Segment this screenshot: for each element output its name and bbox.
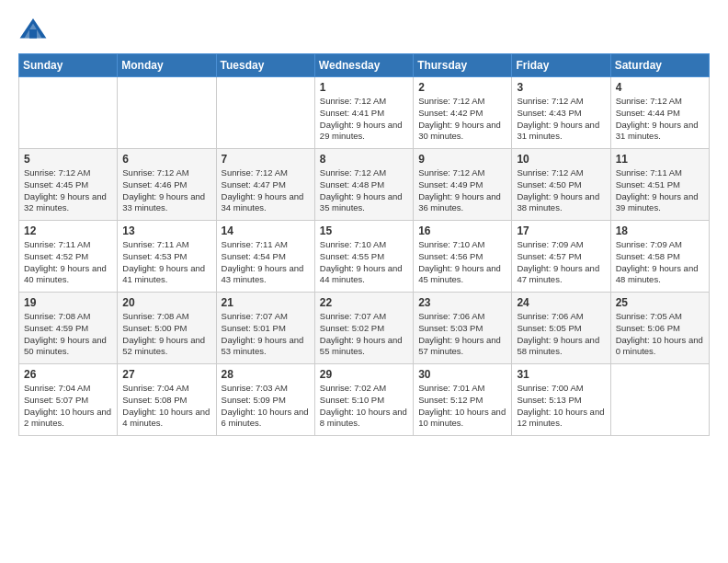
day-number: 5: [24, 153, 112, 166]
weekday-header-friday: Friday: [512, 54, 610, 77]
calendar-cell: 27Sunrise: 7:04 AM Sunset: 5:08 PM Dayli…: [118, 364, 216, 436]
day-info: Sunrise: 7:11 AM Sunset: 4:54 PM Dayligh…: [222, 239, 310, 286]
day-info: Sunrise: 7:12 AM Sunset: 4:43 PM Dayligh…: [517, 96, 605, 143]
day-info: Sunrise: 7:04 AM Sunset: 5:08 PM Dayligh…: [122, 383, 210, 430]
day-info: Sunrise: 7:00 AM Sunset: 5:13 PM Dayligh…: [517, 383, 605, 430]
calendar-table: SundayMondayTuesdayWednesdayThursdayFrid…: [18, 53, 710, 436]
calendar-cell: 7Sunrise: 7:12 AM Sunset: 4:47 PM Daylig…: [216, 149, 314, 221]
day-number: 20: [122, 296, 210, 309]
calendar-cell: 26Sunrise: 7:04 AM Sunset: 5:07 PM Dayli…: [19, 364, 118, 436]
weekday-header-row: SundayMondayTuesdayWednesdayThursdayFrid…: [19, 54, 710, 77]
week-row-3: 12Sunrise: 7:11 AM Sunset: 4:52 PM Dayli…: [19, 221, 710, 293]
day-number: 12: [24, 224, 112, 237]
day-number: 1: [320, 81, 408, 94]
calendar-cell: 18Sunrise: 7:09 AM Sunset: 4:58 PM Dayli…: [610, 221, 709, 293]
day-info: Sunrise: 7:12 AM Sunset: 4:44 PM Dayligh…: [616, 96, 704, 143]
calendar-cell: 19Sunrise: 7:08 AM Sunset: 4:59 PM Dayli…: [19, 293, 118, 364]
day-info: Sunrise: 7:09 AM Sunset: 4:58 PM Dayligh…: [616, 239, 704, 286]
day-number: 17: [517, 224, 605, 237]
calendar-cell: 24Sunrise: 7:06 AM Sunset: 5:05 PM Dayli…: [512, 293, 610, 364]
calendar-cell: 25Sunrise: 7:05 AM Sunset: 5:06 PM Dayli…: [610, 293, 709, 364]
page: SundayMondayTuesdayWednesdayThursdayFrid…: [0, 0, 728, 445]
day-number: 23: [418, 296, 506, 309]
day-number: 28: [222, 368, 310, 381]
calendar-cell: 4Sunrise: 7:12 AM Sunset: 4:44 PM Daylig…: [610, 77, 709, 149]
day-info: Sunrise: 7:04 AM Sunset: 5:07 PM Dayligh…: [24, 383, 112, 430]
day-info: Sunrise: 7:01 AM Sunset: 5:12 PM Dayligh…: [418, 383, 506, 430]
calendar-cell: 8Sunrise: 7:12 AM Sunset: 4:48 PM Daylig…: [314, 149, 413, 221]
day-info: Sunrise: 7:12 AM Sunset: 4:45 PM Dayligh…: [24, 167, 112, 214]
day-number: 6: [122, 153, 210, 166]
day-number: 8: [320, 153, 408, 166]
calendar-cell: 14Sunrise: 7:11 AM Sunset: 4:54 PM Dayli…: [216, 221, 314, 293]
day-info: Sunrise: 7:10 AM Sunset: 4:55 PM Dayligh…: [320, 239, 408, 286]
calendar-cell: 10Sunrise: 7:12 AM Sunset: 4:50 PM Dayli…: [512, 149, 610, 221]
calendar-cell: 13Sunrise: 7:11 AM Sunset: 4:53 PM Dayli…: [118, 221, 216, 293]
weekday-header-monday: Monday: [118, 54, 216, 77]
weekday-header-saturday: Saturday: [610, 54, 709, 77]
weekday-header-thursday: Thursday: [414, 54, 512, 77]
day-number: 13: [122, 224, 210, 237]
day-number: 16: [418, 224, 506, 237]
day-info: Sunrise: 7:11 AM Sunset: 4:53 PM Dayligh…: [122, 239, 210, 286]
logo: [18, 15, 51, 44]
day-info: Sunrise: 7:11 AM Sunset: 4:52 PM Dayligh…: [24, 239, 112, 286]
day-info: Sunrise: 7:11 AM Sunset: 4:51 PM Dayligh…: [616, 167, 704, 214]
svg-rect-2: [29, 29, 37, 39]
calendar-cell: 23Sunrise: 7:06 AM Sunset: 5:03 PM Dayli…: [414, 293, 512, 364]
day-number: 31: [517, 368, 605, 381]
calendar-cell: [610, 364, 709, 436]
calendar-cell: 17Sunrise: 7:09 AM Sunset: 4:57 PM Dayli…: [512, 221, 610, 293]
day-info: Sunrise: 7:05 AM Sunset: 5:06 PM Dayligh…: [616, 311, 704, 358]
day-info: Sunrise: 7:12 AM Sunset: 4:48 PM Dayligh…: [320, 167, 408, 214]
day-number: 18: [616, 224, 704, 237]
day-number: 15: [320, 224, 408, 237]
day-info: Sunrise: 7:09 AM Sunset: 4:57 PM Dayligh…: [517, 239, 605, 286]
day-info: Sunrise: 7:12 AM Sunset: 4:47 PM Dayligh…: [222, 167, 310, 214]
calendar-cell: 15Sunrise: 7:10 AM Sunset: 4:55 PM Dayli…: [314, 221, 413, 293]
calendar-cell: 22Sunrise: 7:07 AM Sunset: 5:02 PM Dayli…: [314, 293, 413, 364]
day-number: 27: [122, 368, 210, 381]
day-number: 4: [616, 81, 704, 94]
day-info: Sunrise: 7:12 AM Sunset: 4:42 PM Dayligh…: [418, 96, 506, 143]
calendar-cell: 9Sunrise: 7:12 AM Sunset: 4:49 PM Daylig…: [414, 149, 512, 221]
calendar-cell: 29Sunrise: 7:02 AM Sunset: 5:10 PM Dayli…: [314, 364, 413, 436]
day-info: Sunrise: 7:12 AM Sunset: 4:41 PM Dayligh…: [320, 96, 408, 143]
calendar-cell: 12Sunrise: 7:11 AM Sunset: 4:52 PM Dayli…: [19, 221, 118, 293]
day-info: Sunrise: 7:12 AM Sunset: 4:46 PM Dayligh…: [122, 167, 210, 214]
calendar-cell: 30Sunrise: 7:01 AM Sunset: 5:12 PM Dayli…: [414, 364, 512, 436]
weekday-header-wednesday: Wednesday: [314, 54, 413, 77]
day-info: Sunrise: 7:02 AM Sunset: 5:10 PM Dayligh…: [320, 383, 408, 430]
day-number: 2: [418, 81, 506, 94]
day-info: Sunrise: 7:08 AM Sunset: 5:00 PM Dayligh…: [122, 311, 210, 358]
calendar-cell: 21Sunrise: 7:07 AM Sunset: 5:01 PM Dayli…: [216, 293, 314, 364]
calendar-cell: 2Sunrise: 7:12 AM Sunset: 4:42 PM Daylig…: [414, 77, 512, 149]
day-info: Sunrise: 7:12 AM Sunset: 4:50 PM Dayligh…: [517, 167, 605, 214]
day-number: 7: [222, 153, 310, 166]
day-number: 3: [517, 81, 605, 94]
calendar-cell: 11Sunrise: 7:11 AM Sunset: 4:51 PM Dayli…: [610, 149, 709, 221]
calendar-cell: 5Sunrise: 7:12 AM Sunset: 4:45 PM Daylig…: [19, 149, 118, 221]
weekday-header-tuesday: Tuesday: [216, 54, 314, 77]
day-info: Sunrise: 7:07 AM Sunset: 5:01 PM Dayligh…: [222, 311, 310, 358]
day-number: 29: [320, 368, 408, 381]
day-number: 19: [24, 296, 112, 309]
calendar-cell: 6Sunrise: 7:12 AM Sunset: 4:46 PM Daylig…: [118, 149, 216, 221]
day-number: 11: [616, 153, 704, 166]
header: [18, 15, 710, 44]
calendar-cell: [216, 77, 314, 149]
day-info: Sunrise: 7:06 AM Sunset: 5:05 PM Dayligh…: [517, 311, 605, 358]
logo-icon: [18, 15, 48, 44]
day-number: 14: [222, 224, 310, 237]
calendar-cell: 3Sunrise: 7:12 AM Sunset: 4:43 PM Daylig…: [512, 77, 610, 149]
week-row-1: 1Sunrise: 7:12 AM Sunset: 4:41 PM Daylig…: [19, 77, 710, 149]
calendar-cell: 16Sunrise: 7:10 AM Sunset: 4:56 PM Dayli…: [414, 221, 512, 293]
week-row-2: 5Sunrise: 7:12 AM Sunset: 4:45 PM Daylig…: [19, 149, 710, 221]
day-number: 9: [418, 153, 506, 166]
day-info: Sunrise: 7:08 AM Sunset: 4:59 PM Dayligh…: [24, 311, 112, 358]
day-info: Sunrise: 7:03 AM Sunset: 5:09 PM Dayligh…: [222, 383, 310, 430]
day-number: 26: [24, 368, 112, 381]
weekday-header-sunday: Sunday: [19, 54, 118, 77]
day-number: 24: [517, 296, 605, 309]
calendar-cell: 1Sunrise: 7:12 AM Sunset: 4:41 PM Daylig…: [314, 77, 413, 149]
